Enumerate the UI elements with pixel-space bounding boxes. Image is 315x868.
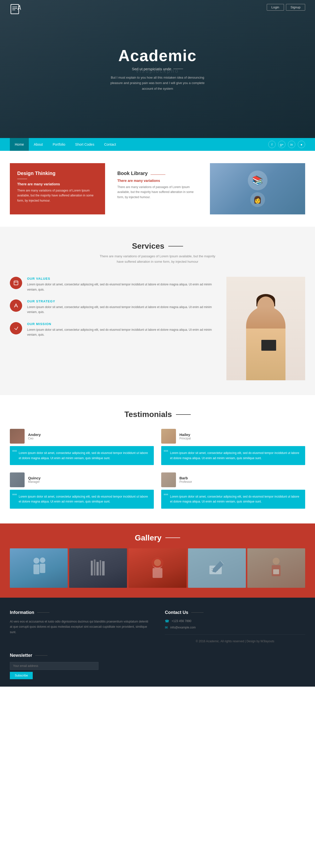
testimonial-meta-andery: Andery Ceo [28, 433, 41, 440]
hero-nav-top: Login Signup [267, 4, 305, 10]
title-line [151, 175, 165, 175]
gallery-inner-4 [188, 548, 246, 588]
testimonial-header-andery: Andery Ceo [10, 429, 154, 444]
email-icon: ✉ [165, 625, 168, 629]
testimonials-grid: Andery Ceo Lorem ipsum dolor sit amet, c… [10, 429, 305, 509]
svg-rect-15 [94, 559, 96, 576]
footer-information-text: At vero eos et accusamus et iusto odio d… [10, 619, 150, 635]
svg-point-27 [273, 558, 280, 565]
social-facebook[interactable]: f [268, 141, 276, 148]
testimonial-text-hailey: Lorem ipsum dolor sit amet, consectetur … [170, 451, 300, 461]
gallery-inner-3 [129, 548, 186, 588]
svg-rect-16 [97, 562, 99, 576]
testimonial-avatar-hailey [161, 429, 176, 444]
feature-design-text: There are many variations of passages of… [17, 188, 98, 203]
footer-copyright: © 2016 Academic. All rights reserved | D… [165, 640, 305, 643]
social-googleplus[interactable]: g+ [278, 141, 285, 148]
person-illustration [226, 277, 305, 380]
gallery-item-3[interactable] [129, 548, 186, 588]
testimonial-avatar-andery [10, 429, 25, 444]
testimonial-avatar-barb [161, 472, 176, 487]
navbar: Home About Portfolio Short Codes Contact… [0, 138, 315, 151]
nav-item-home[interactable]: Home [10, 138, 29, 151]
svg-rect-18 [102, 561, 105, 576]
testimonial-card-barb: Barb Professor Lorem ipsum dolor sit ame… [161, 472, 305, 509]
service-values-title: OUR VALUES [27, 277, 217, 280]
svg-rect-0 [11, 4, 19, 14]
feature-library-subtitle: There are many variations [117, 179, 198, 183]
feature-library-title-row: Book Library [117, 170, 198, 179]
nav-item-portfolio[interactable]: Portfolio [48, 138, 70, 151]
service-strategy-text: Lorem ipsum dolor sit amet, consectetur … [27, 305, 217, 315]
service-mission-icon [10, 322, 22, 335]
testimonial-role-barb: Professor [179, 480, 192, 484]
service-strategy-icon [10, 300, 22, 312]
nav-item-contact[interactable]: Contact [99, 138, 121, 151]
feature-card-library: Book Library There are many variations T… [110, 163, 205, 214]
gallery-title: Gallery [10, 533, 305, 542]
testimonial-card-andery: Andery Ceo Lorem ipsum dolor sit amet, c… [10, 429, 154, 465]
footer-newsletter: Newsletter Subscribe [10, 653, 98, 679]
nav-item-shortcodes[interactable]: Short Codes [70, 138, 99, 151]
hero-section: Login Signup Academic Sed ut perspiciati… [0, 0, 315, 138]
avatar-quincy-img [10, 472, 25, 487]
services-title: Services [10, 242, 305, 251]
footer-information-title: Information [10, 610, 150, 615]
avatar-andery-img [10, 429, 25, 444]
hero-title: Academic [106, 46, 209, 65]
gallery-item-1[interactable] [10, 548, 68, 588]
svg-rect-11 [33, 564, 39, 574]
gallery-inner-2 [69, 548, 127, 588]
phone-icon: ☎ [165, 619, 169, 623]
testimonial-role-quincy: Manager [28, 480, 41, 484]
service-strategy-title: OUR STRATEGY [27, 300, 217, 303]
hero-description: But I must explain to you how all this m… [106, 75, 209, 91]
svg-rect-17 [100, 560, 101, 576]
services-content: OUR VALUES Lorem ipsum dolor sit amet, c… [10, 277, 305, 380]
nav-links: Home About Portfolio Short Codes Contact [10, 138, 121, 151]
newsletter-subscribe-button[interactable]: Subscribe [10, 672, 33, 679]
footer-information: Information At vero eos et accusamus et … [10, 610, 150, 643]
testimonial-name-barb: Barb [179, 476, 192, 480]
social-linkedin[interactable]: in [288, 141, 295, 148]
testimonial-avatar-quincy [10, 472, 25, 487]
gallery-grid [10, 548, 305, 588]
feature-design-subtitle: There are many variations [17, 182, 98, 186]
svg-point-21 [154, 559, 161, 566]
testimonial-header-hailey: Hailey Principal [161, 429, 305, 444]
gallery-item-2[interactable] [69, 548, 127, 588]
feature-card-design: Design Thinking There are many variation… [10, 163, 105, 214]
svg-rect-29 [273, 569, 279, 574]
testimonial-body-quincy: Lorem ipsum dolor sit amet, consectetur … [10, 490, 154, 509]
gallery-inner-1 [10, 548, 68, 588]
features-grid: Design Thinking There are many variation… [10, 163, 305, 214]
login-button[interactable]: Login [267, 4, 284, 10]
footer-top: Information At vero eos et accusamus et … [10, 610, 305, 643]
services-section: Services There are many variations of pa… [0, 227, 315, 395]
testimonial-header-barb: Barb Professor [161, 472, 305, 487]
svg-rect-22 [152, 568, 163, 578]
svg-point-10 [33, 558, 39, 564]
gallery-item-4[interactable] [188, 548, 246, 588]
testimonial-body-hailey: Lorem ipsum dolor sit amet, consectetur … [161, 446, 305, 465]
testimonial-text-barb: Lorem ipsum dolor sit amet, consectetur … [170, 494, 300, 504]
gallery-item-5[interactable] [247, 548, 305, 588]
svg-rect-5 [14, 281, 18, 285]
newsletter-input[interactable] [10, 662, 98, 670]
svg-line-9 [16, 327, 18, 330]
testimonial-meta-quincy: Quincy Manager [28, 476, 41, 484]
hero-content: Academic Sed ut perspiciatis unde But I … [106, 46, 209, 91]
feature-divider-1 [17, 179, 27, 179]
testimonial-name-quincy: Quincy [28, 476, 41, 480]
nav-item-about[interactable]: About [29, 138, 48, 151]
testimonial-body-barb: Lorem ipsum dolor sit amet, consectetur … [161, 490, 305, 509]
footer: Information At vero eos et accusamus et … [0, 598, 315, 687]
logo[interactable] [10, 3, 22, 15]
testimonial-role-andery: Ceo [28, 437, 41, 440]
services-list: OUR VALUES Lorem ipsum dolor sit amet, c… [10, 277, 217, 337]
social-rss[interactable]: ● [298, 141, 305, 148]
signup-button[interactable]: Signup [286, 4, 305, 10]
testimonial-role-hailey: Principal [179, 437, 191, 440]
svg-rect-14 [91, 561, 93, 576]
avatar-barb-img [161, 472, 176, 487]
